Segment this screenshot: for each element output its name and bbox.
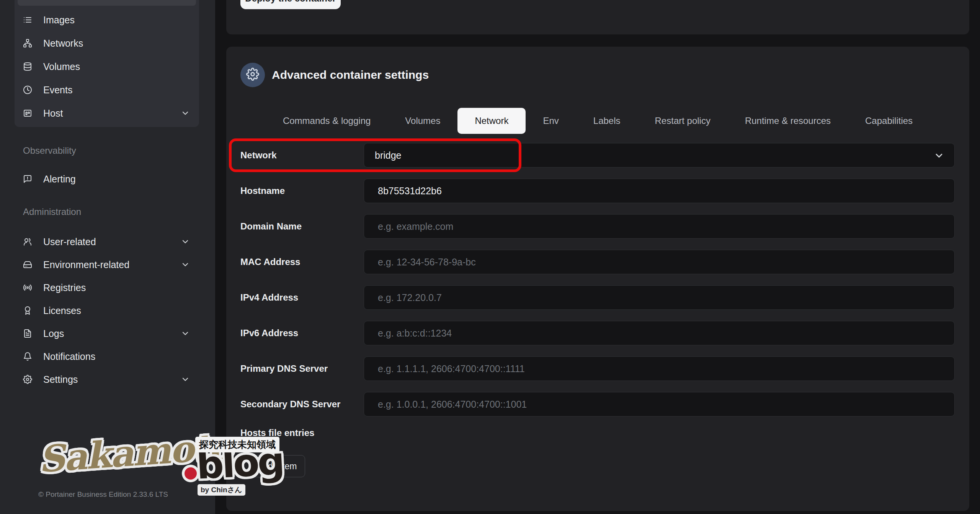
tab-env[interactable]: Env <box>526 108 576 134</box>
sidebar-item-settings[interactable]: Settings <box>15 369 199 389</box>
sidebar-item-label: Settings <box>43 374 78 385</box>
ipv6-address-input[interactable] <box>364 321 955 345</box>
version-footer: © Portainer Business Edition 2.33.6 LTS <box>38 490 168 499</box>
tab-capabilities[interactable]: Capabilities <box>848 108 930 134</box>
deploy-container-button[interactable]: Deploy the container <box>240 0 341 9</box>
tab-commands-logging[interactable]: Commands & logging <box>266 108 388 134</box>
sidebar-item-label: Alerting <box>43 174 76 185</box>
licenses-icon <box>23 306 32 315</box>
sidebar-item-label: Events <box>43 85 72 96</box>
tab-volumes[interactable]: Volumes <box>388 108 457 134</box>
sidebar-item-logs[interactable]: Logs <box>15 324 199 343</box>
settings-badge <box>240 63 265 87</box>
sidebar-item-label: Registries <box>43 282 86 293</box>
sidebar-item-label: Networks <box>43 38 83 49</box>
sidebar-item-environment-related[interactable]: Environment-related <box>15 255 199 275</box>
users-icon <box>23 237 32 246</box>
domain-name-row: Domain Name <box>240 214 955 239</box>
sidebar-item-label: Notifications <box>43 351 95 362</box>
advanced-settings-header: Advanced container settings <box>240 63 429 87</box>
add-item-button[interactable]: Add item <box>242 455 305 477</box>
sidebar: ImagesNetworksVolumesEventsHostObservabi… <box>0 0 215 514</box>
chevron-down-icon <box>934 150 944 161</box>
sidebar-item-networks[interactable]: Networks <box>15 33 199 53</box>
hosts-file-entries-label: Hosts file entries <box>240 428 955 438</box>
sidebar-item-label: Licenses <box>43 305 81 316</box>
ipv6-address-label: IPv6 Address <box>240 328 364 338</box>
settings-icon <box>23 375 32 384</box>
notifications-icon <box>23 352 32 361</box>
network-form: Network bridge HostnameDomain NameMAC Ad… <box>240 143 955 477</box>
sidebar-item-images[interactable]: Images <box>15 10 199 30</box>
events-icon <box>23 85 32 94</box>
tab-network[interactable]: Network <box>457 108 526 134</box>
ipv6-address-row: IPv6 Address <box>240 321 955 345</box>
sidebar-section-observability: Observability <box>23 145 76 156</box>
images-icon <box>23 15 32 24</box>
networks-icon <box>23 39 32 48</box>
chevron-down-icon <box>181 375 190 384</box>
sidebar-section-administration: Administration <box>23 207 81 217</box>
page-title: Advanced container settings <box>272 68 429 81</box>
hostname-label: Hostname <box>240 185 364 196</box>
secondary-dns-server-input[interactable] <box>364 392 955 416</box>
sidebar-item-label: Images <box>43 15 75 26</box>
tab-runtime-resources[interactable]: Runtime & resources <box>728 108 848 134</box>
chevron-down-icon <box>181 260 190 269</box>
sidebar-item-licenses[interactable]: Licenses <box>15 301 199 320</box>
sidebar-item-events[interactable]: Events <box>15 80 199 100</box>
primary-dns-server-input[interactable] <box>364 356 955 381</box>
hostname-input[interactable] <box>364 179 955 203</box>
host-icon <box>23 109 32 118</box>
sidebar-item-volumes[interactable]: Volumes <box>15 57 199 76</box>
ipv4-address-row: IPv4 Address <box>240 285 955 310</box>
plus-icon <box>250 461 258 472</box>
settings-tabs: Commands & loggingVolumesNetworkEnvLabel… <box>226 108 969 134</box>
chevron-down-icon <box>181 329 190 338</box>
network-label: Network <box>240 150 364 161</box>
logs-icon <box>23 329 32 338</box>
secondary-dns-server-row: Secondary DNS Server <box>240 392 955 416</box>
registries-icon <box>23 283 32 292</box>
deploy-card: Deploy the container <box>226 0 969 34</box>
mac-address-row: MAC Address <box>240 250 955 274</box>
chevron-down-icon <box>181 109 190 118</box>
sidebar-item-notifications[interactable]: Notifications <box>15 346 199 366</box>
tab-restart-policy[interactable]: Restart policy <box>638 108 728 134</box>
sidebar-active-item-partial[interactable] <box>18 0 196 6</box>
environment-icon <box>23 260 32 269</box>
sidebar-item-user-related[interactable]: User-related <box>15 232 199 252</box>
domain-name-input[interactable] <box>364 214 955 239</box>
sidebar-item-label: Environment-related <box>43 259 129 270</box>
volumes-icon <box>23 62 32 71</box>
secondary-dns-server-label: Secondary DNS Server <box>240 399 364 410</box>
main-content: Deploy the container Advanced container … <box>215 0 980 514</box>
network-select[interactable]: bridge <box>364 143 955 168</box>
hostname-row: Hostname <box>240 179 955 203</box>
gear-icon <box>246 68 259 82</box>
domain-name-label: Domain Name <box>240 221 364 232</box>
sidebar-item-host[interactable]: Host <box>15 103 199 123</box>
sidebar-item-label: User-related <box>43 236 96 247</box>
alerting-icon <box>23 174 32 184</box>
primary-dns-server-label: Primary DNS Server <box>240 363 364 374</box>
sidebar-item-label: Logs <box>43 328 64 339</box>
network-select-row: Network bridge <box>240 143 955 168</box>
sidebar-item-label: Host <box>43 108 63 119</box>
ipv4-address-input[interactable] <box>364 285 955 310</box>
advanced-settings-card: Advanced container settings Commands & l… <box>226 47 969 511</box>
add-item-label: Add item <box>262 461 297 472</box>
primary-dns-server-row: Primary DNS Server <box>240 356 955 381</box>
sidebar-item-label: Volumes <box>43 61 80 72</box>
tab-labels[interactable]: Labels <box>576 108 638 134</box>
chevron-down-icon <box>181 237 190 246</box>
network-select-value: bridge <box>375 150 402 161</box>
ipv4-address-label: IPv4 Address <box>240 292 364 303</box>
sidebar-item-registries[interactable]: Registries <box>15 278 199 298</box>
mac-address-label: MAC Address <box>240 257 364 267</box>
mac-address-input[interactable] <box>364 250 955 274</box>
sidebar-item-alerting[interactable]: Alerting <box>15 169 199 189</box>
